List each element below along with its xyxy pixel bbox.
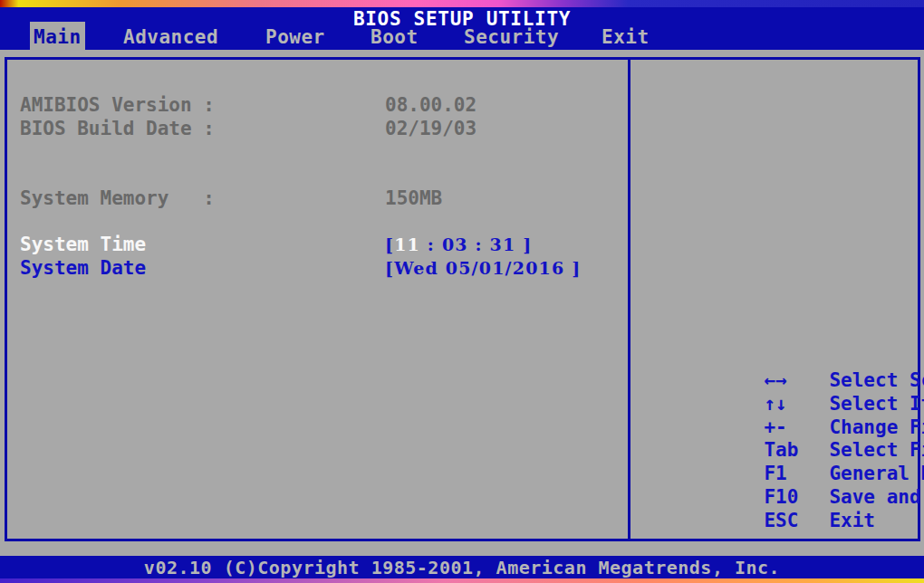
- time-close-bracket: ]: [515, 234, 532, 254]
- time-open-bracket: [: [385, 234, 394, 254]
- help-action-label: Select Screen: [829, 369, 924, 391]
- amibios-version-row: AMIBIOS Version : 08.00.02: [7, 95, 628, 115]
- amibios-version-value: 08.00.02: [385, 95, 476, 115]
- tab-key-label: Tab: [764, 440, 829, 460]
- date-close-bracket: ]: [564, 258, 581, 278]
- settings-pane: AMIBIOS Version : 08.00.02 BIOS Build Da…: [7, 60, 630, 539]
- help-pane: ←→Select Screen ↑↓Select Item +-Change F…: [630, 60, 918, 539]
- bottom-gradient-strip: [0, 578, 924, 583]
- amibios-version-label: AMIBIOS Version :: [20, 95, 215, 115]
- time-hours-field[interactable]: 11: [394, 234, 420, 254]
- date-field[interactable]: Wed 05/01/2016: [394, 258, 564, 278]
- system-date-label: System Date: [20, 258, 146, 278]
- time-seconds-field[interactable]: 31: [490, 234, 516, 254]
- left-right-arrows-icon: ←→: [764, 370, 829, 390]
- tab-power[interactable]: Power: [262, 22, 329, 50]
- plus-minus-keys-label: +-: [764, 417, 829, 437]
- bios-build-date-label: BIOS Build Date :: [20, 119, 215, 139]
- system-date-value[interactable]: [Wed 05/01/2016 ]: [385, 258, 581, 278]
- help-action-label: Change Field: [829, 416, 924, 438]
- tab-boot[interactable]: Boot: [367, 22, 422, 50]
- time-separator: :: [468, 234, 490, 254]
- bios-build-date-value: 02/19/03: [385, 119, 476, 139]
- esc-key-label: ESC: [764, 511, 829, 530]
- bios-build-date-row: BIOS Build Date : 02/19/03: [7, 119, 628, 139]
- system-date-row[interactable]: System Date [Wed 05/01/2016 ]: [7, 258, 628, 278]
- copyright-bar: v02.10 (C)Copyright 1985-2001, American …: [0, 556, 924, 579]
- help-action-label: Select Field: [829, 439, 924, 461]
- system-time-value[interactable]: [11 : 03 : 31 ]: [385, 234, 532, 254]
- f1-key-label: F1: [764, 464, 829, 483]
- help-key-legend: ←→Select Screen ↑↓Select Item +-Change F…: [630, 350, 918, 514]
- system-memory-label: System Memory :: [20, 188, 215, 208]
- system-time-row[interactable]: System Time [11 : 03 : 31 ]: [7, 234, 628, 254]
- system-memory-row: System Memory : 150MB: [7, 188, 628, 208]
- date-open-bracket: [: [385, 258, 394, 278]
- tab-security[interactable]: Security: [460, 22, 563, 50]
- top-gradient-strip: [0, 0, 924, 7]
- help-action-label: Select Item: [829, 393, 924, 415]
- f10-key-label: F10: [764, 487, 829, 507]
- menu-bar: Main Advanced Power Boot Security Exit: [0, 7, 924, 50]
- tab-main[interactable]: Main: [30, 22, 85, 50]
- up-down-arrows-icon: ↑↓: [764, 394, 829, 414]
- system-memory-value: 150MB: [385, 188, 442, 208]
- main-panel: AMIBIOS Version : 08.00.02 BIOS Build Da…: [5, 57, 920, 541]
- time-minutes-field[interactable]: 03: [442, 234, 468, 254]
- copyright-text: v02.10 (C)Copyright 1985-2001, American …: [144, 557, 780, 578]
- system-time-label: System Time: [20, 234, 146, 254]
- help-action-label: General Help: [829, 463, 924, 484]
- bios-setup-screen: BIOS SETUP UTILITY Main Advanced Power B…: [0, 0, 924, 583]
- tab-exit[interactable]: Exit: [598, 22, 653, 50]
- help-action-label: Save and Exit: [829, 486, 924, 508]
- help-action-label: Exit: [829, 510, 875, 531]
- time-separator: :: [420, 234, 442, 254]
- header-bar: BIOS SETUP UTILITY Main Advanced Power B…: [0, 7, 924, 50]
- tab-advanced[interactable]: Advanced: [120, 22, 222, 50]
- help-row-select-screen: ←→Select Screen: [630, 350, 918, 374]
